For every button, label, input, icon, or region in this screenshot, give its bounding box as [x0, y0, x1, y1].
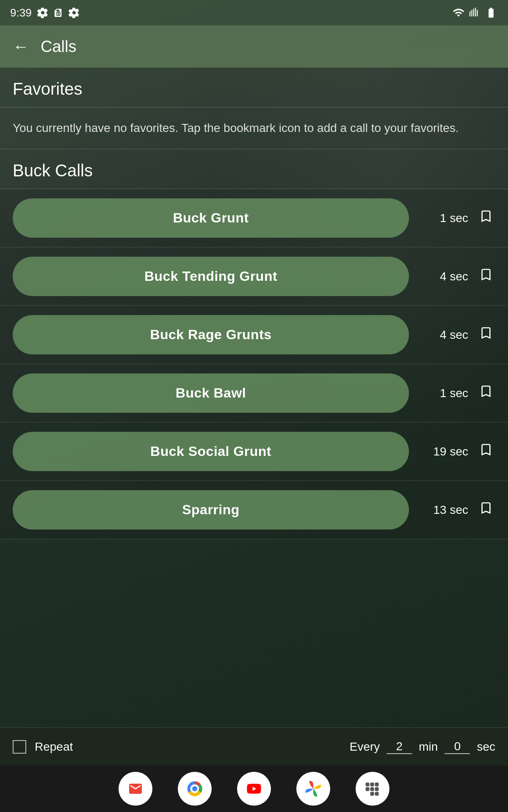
- call-item-buck-rage-grunts: Buck Rage Grunts 4 sec: [0, 306, 508, 364]
- call-item-buck-grunt: Buck Grunt 1 sec: [0, 189, 508, 247]
- dock-apps-icon[interactable]: [356, 772, 389, 806]
- dock-photos-icon[interactable]: [296, 772, 330, 806]
- repeat-label: Repeat: [35, 740, 73, 754]
- app-title: Calls: [41, 38, 76, 56]
- buck-grunt-duration: 1 sec: [417, 211, 468, 225]
- buck-social-grunt-duration: 19 sec: [417, 445, 468, 458]
- buck-rage-grunts-bookmark[interactable]: [477, 325, 495, 344]
- repeat-every-label: Every: [350, 740, 380, 754]
- favorites-empty: You currently have no favorites. Tap the…: [0, 107, 508, 149]
- sparring-bookmark[interactable]: [477, 500, 495, 519]
- buck-tending-grunt-bookmark[interactable]: [477, 267, 495, 286]
- sim-icon: [54, 7, 63, 19]
- nav-dock: [0, 765, 508, 812]
- buck-social-grunt-bookmark[interactable]: [477, 442, 495, 461]
- favorites-header: Favorites: [0, 68, 508, 107]
- buck-tending-grunt-button[interactable]: Buck Tending Grunt: [13, 257, 409, 296]
- repeat-min-unit: min: [419, 740, 438, 754]
- repeat-min-input[interactable]: [387, 740, 412, 754]
- buck-bawl-button[interactable]: Buck Bawl: [13, 373, 409, 413]
- buck-rage-grunts-button[interactable]: Buck Rage Grunts: [13, 315, 409, 354]
- buck-rage-grunts-duration: 4 sec: [417, 328, 468, 342]
- status-bar: 9:39: [0, 0, 508, 25]
- svg-point-2: [192, 786, 197, 791]
- app-bar: ← Calls: [0, 25, 508, 68]
- main-content: Favorites You currently have no favorite…: [0, 68, 508, 710]
- repeat-sec-input[interactable]: [444, 740, 470, 754]
- call-item-buck-social-grunt: Buck Social Grunt 19 sec: [0, 422, 508, 481]
- buck-bawl-duration: 1 sec: [417, 387, 468, 400]
- dock-gmail-icon[interactable]: [119, 772, 152, 806]
- status-time: 9:39: [10, 6, 32, 19]
- buck-social-grunt-button[interactable]: Buck Social Grunt: [13, 432, 409, 471]
- call-item-buck-tending-grunt: Buck Tending Grunt 4 sec: [0, 247, 508, 306]
- settings-icon: [37, 7, 49, 19]
- repeat-bar: Repeat Every min sec: [0, 727, 508, 765]
- buck-grunt-button[interactable]: Buck Grunt: [13, 198, 409, 238]
- battery-icon: [484, 7, 498, 19]
- buck-tending-grunt-duration: 4 sec: [417, 270, 468, 283]
- sparring-button[interactable]: Sparring: [13, 490, 409, 529]
- repeat-sec-unit: sec: [477, 740, 495, 754]
- call-item-buck-bawl: Buck Bawl 1 sec: [0, 364, 508, 422]
- dock-youtube-icon[interactable]: [237, 772, 271, 806]
- sparring-duration: 13 sec: [417, 503, 468, 517]
- wifi-icon: [452, 7, 465, 19]
- dock-chrome-icon[interactable]: [178, 772, 212, 806]
- buck-calls-header: Buck Calls: [0, 149, 508, 189]
- status-left: 9:39: [10, 6, 80, 19]
- signal-icon: [469, 7, 480, 19]
- repeat-checkbox[interactable]: [13, 740, 26, 754]
- settings2-icon: [68, 7, 80, 19]
- repeat-controls: Every min sec: [350, 740, 495, 754]
- call-item-sparring: Sparring 13 sec: [0, 481, 508, 539]
- status-right: [452, 7, 498, 19]
- buck-bawl-bookmark[interactable]: [477, 384, 495, 403]
- back-button[interactable]: ←: [13, 38, 29, 56]
- buck-grunt-bookmark[interactable]: [477, 208, 495, 228]
